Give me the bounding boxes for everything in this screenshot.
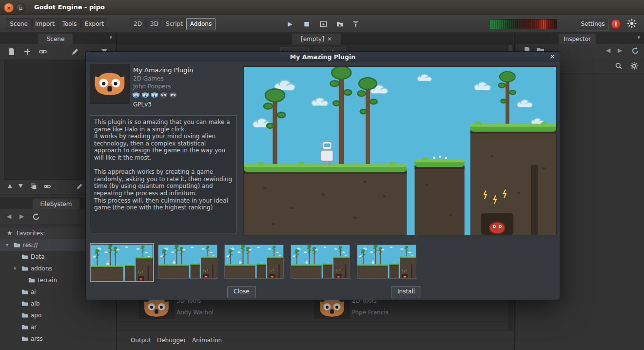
play-icon: ▶ <box>288 21 292 27</box>
history-back-icon[interactable]: ◀ <box>606 47 610 54</box>
update-spinner-icon <box>627 19 637 28</box>
plugin-icon-tile <box>90 64 130 104</box>
play-scene-icon <box>320 21 327 28</box>
nav-back-icon[interactable]: ◀ <box>7 213 11 220</box>
plugin-license: GPLv3 <box>133 101 152 108</box>
gear-icon[interactable] <box>630 62 638 70</box>
scene-dock-tabstrip: Scene ▾ <box>0 32 116 44</box>
inspector-tabstrip: Inspector ▾ <box>515 32 644 44</box>
update-alert-badge[interactable]: ! <box>611 19 621 29</box>
scene-dock-menu-arrow-icon[interactable]: ▾ <box>109 34 112 41</box>
workspace-tab-addons[interactable]: Addons <box>186 18 215 30</box>
plugin-author: John Poopers <box>133 83 171 90</box>
rating-godot-icon <box>160 92 168 98</box>
star-icon: ★ <box>7 227 13 239</box>
attach-script-icon[interactable] <box>71 48 79 56</box>
folder-icon <box>28 277 35 284</box>
performance-monitor-bar <box>489 19 557 29</box>
asset-author[interactable]: Pope Francis <box>352 309 389 316</box>
history-forward-icon[interactable]: ▶ <box>618 47 622 54</box>
stop-button[interactable]: ■ <box>300 19 313 29</box>
preview-thumbnail[interactable] <box>357 245 416 279</box>
dialog-close-icon[interactable]: ✕ <box>549 52 555 62</box>
tree-item-arss[interactable]: arss <box>0 333 116 345</box>
preview-thumbnail[interactable] <box>90 243 154 282</box>
scene-tab-empty[interactable]: [empty]✕ <box>292 33 341 44</box>
remote-debug-icon <box>352 21 359 28</box>
plugin-description: This plugin is so amazing that you can m… <box>90 115 237 233</box>
folder-icon <box>14 242 20 248</box>
workspace-tab-2d[interactable]: 2D <box>130 18 146 30</box>
reparent-node-icon[interactable] <box>44 183 51 190</box>
window-titlebar: × ▫ Godot Engine - pipo <box>0 0 644 15</box>
close-window-button[interactable]: × <box>4 3 14 13</box>
nav-forward-icon[interactable]: ▶ <box>20 213 24 220</box>
play-button[interactable]: ▶ <box>284 19 296 29</box>
dialog-title: My Amazing Plugin <box>290 53 355 61</box>
plugin-name: My Amazing Plugin <box>133 66 193 74</box>
godot-logo-icon <box>93 71 126 97</box>
workspace-tab-script[interactable]: Script <box>163 18 186 30</box>
tab-scene[interactable]: Scene <box>38 33 73 44</box>
menu-tools-button[interactable]: Tools <box>58 18 81 30</box>
collapse-arrow-icon[interactable]: ▾ <box>14 263 16 274</box>
stop-icon: ■ <box>304 21 309 27</box>
tab-filesystem[interactable]: FileSystem <box>32 198 80 209</box>
preview-thumbnail[interactable] <box>158 245 217 279</box>
tab-inspector[interactable]: Inspector <box>558 33 596 44</box>
rating-godot-icon <box>151 92 158 98</box>
remote-debug-button[interactable] <box>349 19 362 29</box>
tree-item-ar[interactable]: ar <box>0 321 116 333</box>
plugin-category: 2D Games <box>133 75 164 82</box>
rating-godot-icon <box>141 92 149 98</box>
folder-icon <box>21 324 28 330</box>
asset-author[interactable]: Andy Warhol <box>176 309 214 316</box>
menu-export-button[interactable]: Export <box>81 18 107 30</box>
plugin-details-dialog: My Amazing Plugin ✕ My Amazing Plugin 2D… <box>85 51 560 300</box>
play-scene-button[interactable] <box>317 19 330 29</box>
search-icon[interactable] <box>615 62 623 70</box>
duplicate-node-icon[interactable] <box>30 183 37 190</box>
bottom-tab-output[interactable]: Output <box>126 334 156 346</box>
edit-node-icon[interactable] <box>76 183 83 190</box>
plugin-rating <box>132 92 177 98</box>
rating-godot-icon <box>132 92 140 98</box>
game-screenshot <box>244 67 556 235</box>
minimize-window-button[interactable]: ▫ <box>16 3 25 13</box>
separator <box>122 321 507 322</box>
tree-item-apo[interactable]: apo <box>0 309 116 321</box>
rating-godot-icon <box>169 92 177 98</box>
bottom-tab-debugger[interactable]: Debugger <box>152 334 191 346</box>
preview-thumbnail[interactable] <box>224 245 284 279</box>
install-button[interactable]: Install <box>391 286 421 298</box>
menu-import-button[interactable]: Import <box>32 18 58 30</box>
preview-thumbnail[interactable] <box>291 245 350 279</box>
move-node-down-icon[interactable]: ▼ <box>19 183 22 189</box>
new-scene-icon[interactable] <box>8 48 16 56</box>
play-custom-scene-icon <box>336 21 344 28</box>
object-history-icon[interactable] <box>631 47 639 55</box>
dialog-titlebar[interactable]: My Amazing Plugin ✕ <box>86 52 560 62</box>
bottom-tab-animation[interactable]: Animation <box>187 334 227 346</box>
bottom-panel: Output Debugger Animation <box>117 330 513 350</box>
instance-scene-icon[interactable] <box>39 48 47 56</box>
folder-icon <box>21 312 28 319</box>
folder-icon <box>21 265 28 272</box>
collapse-arrow-icon[interactable]: ▾ <box>6 239 8 251</box>
window-title: Godot Engine - pipo <box>34 3 105 11</box>
add-node-icon[interactable] <box>23 48 31 56</box>
settings-button[interactable]: Settings <box>577 18 609 31</box>
refresh-icon[interactable] <box>32 213 40 221</box>
inspector-menu-arrow-icon[interactable]: ▾ <box>637 34 640 41</box>
editor-menubar: Scene Import Tools Export 2D 3D Script A… <box>0 15 644 33</box>
folder-icon <box>21 288 28 295</box>
close-button[interactable]: Close <box>227 286 256 298</box>
scene-tabstrip: [empty]✕ <box>117 32 513 44</box>
folder-icon <box>21 335 28 342</box>
close-tab-icon[interactable]: ✕ <box>327 36 332 42</box>
folder-icon <box>21 253 28 260</box>
workspace-tab-3d[interactable]: 3D <box>146 18 162 30</box>
move-node-up-icon[interactable]: ▲ <box>8 183 12 189</box>
menu-scene-button[interactable]: Scene <box>6 18 32 30</box>
play-custom-scene-button[interactable] <box>333 19 346 29</box>
